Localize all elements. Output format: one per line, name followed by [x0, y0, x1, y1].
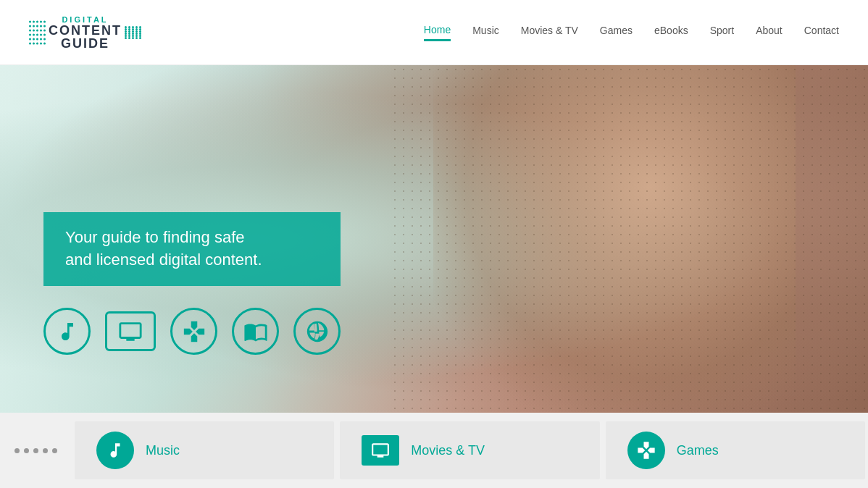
- nav-about[interactable]: About: [756, 25, 783, 40]
- hero-tagline-line1: Your guide to finding safe: [65, 227, 319, 249]
- nav-movies-tv[interactable]: Movies & TV: [521, 25, 578, 40]
- site-header: DIGITAL CONTENT GUIDE Home Music Movies …: [0, 0, 868, 65]
- hero-icons: [43, 308, 341, 355]
- card-tv-icon: [362, 435, 399, 466]
- scroll-dot-5: [52, 448, 57, 453]
- card-music[interactable]: Music: [75, 421, 334, 479]
- hero-content: Your guide to finding safe and licensed …: [43, 212, 341, 355]
- scroll-dot-2: [24, 448, 29, 453]
- logo-dots-right: [125, 26, 141, 39]
- nav-ebooks[interactable]: eBooks: [654, 25, 688, 40]
- bottom-section: Music Movies & TV Games: [0, 413, 868, 488]
- scroll-dot-3: [33, 448, 38, 453]
- hero-sport-icon[interactable]: [293, 308, 341, 355]
- main-nav: Home Music Movies & TV Games eBooks Spor…: [424, 24, 839, 41]
- logo-line1: DIGITAL: [62, 15, 108, 24]
- logo-line3: GUIDE: [61, 37, 109, 50]
- nav-music[interactable]: Music: [472, 25, 499, 40]
- logo: DIGITAL CONTENT GUIDE: [29, 11, 141, 54]
- card-music-label: Music: [146, 443, 180, 458]
- hero-games-icon[interactable]: [170, 308, 217, 355]
- nav-sport[interactable]: Sport: [710, 25, 734, 40]
- card-games-label: Games: [677, 443, 719, 458]
- card-music-icon: [96, 432, 134, 469]
- card-movies-tv[interactable]: Movies & TV: [340, 421, 599, 479]
- nav-contact[interactable]: Contact: [804, 25, 839, 40]
- card-movies-label: Movies & TV: [411, 443, 485, 458]
- card-games-icon: [627, 432, 665, 469]
- logo-line2: CONTENT: [49, 24, 122, 37]
- hero-tv-icon[interactable]: [105, 311, 156, 351]
- scroll-dot-1: [14, 448, 20, 453]
- hero-tagline: Your guide to finding safe and licensed …: [43, 212, 341, 286]
- hero-section: Your guide to finding safe and licensed …: [0, 65, 868, 413]
- scroll-dots: [0, 448, 72, 453]
- nav-games[interactable]: Games: [600, 25, 633, 40]
- hero-tagline-line2: and licensed digital content.: [65, 249, 319, 272]
- logo-dots-left: [29, 20, 46, 44]
- nav-home[interactable]: Home: [424, 24, 451, 41]
- card-games[interactable]: Games: [606, 421, 865, 479]
- scroll-dot-4: [43, 448, 48, 453]
- hero-ebooks-icon[interactable]: [232, 308, 279, 355]
- hero-music-icon[interactable]: [43, 308, 91, 355]
- hero-dots-overlay: [391, 65, 868, 413]
